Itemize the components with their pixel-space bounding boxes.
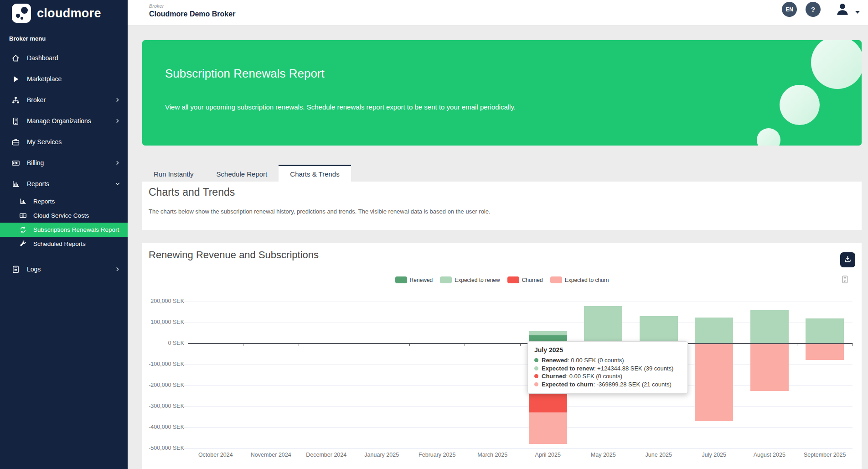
chart-legend: RenewedExpected to renewChurnedExpected … — [142, 276, 862, 283]
sidebar-item-reports[interactable]: Reports — [0, 173, 128, 194]
series-dot — [534, 358, 538, 362]
tab-charts-trends[interactable]: Charts & Trends — [279, 165, 351, 182]
tab-run-instantly[interactable]: Run Instantly — [142, 165, 205, 182]
legend-swatch — [550, 276, 562, 283]
charts-and-trends-panel: Charts and Trends The charts below show … — [142, 182, 862, 230]
language-button[interactable]: EN — [782, 2, 797, 17]
series-dot — [534, 374, 538, 378]
y-axis-label: -200,000 SEK — [142, 382, 184, 388]
sidebar-item-label: Broker — [27, 96, 46, 104]
axis-tick — [354, 344, 354, 346]
briefcase-icon — [11, 138, 20, 146]
tooltip-rows: Renewed: 0.00 SEK (0 counts)Expected to … — [534, 356, 681, 388]
series-dot — [534, 382, 538, 386]
brand-name: cloudmore — [37, 6, 101, 21]
home-icon — [11, 54, 20, 63]
bar-segment-expected-to-renew-september-2025[interactable] — [806, 318, 844, 344]
bar-segment-expected-to-renew-august-2025[interactable] — [750, 310, 789, 344]
sidebar-item-label: Logs — [27, 266, 41, 273]
sidebar-item-label: My Services — [27, 138, 62, 146]
legend-swatch — [440, 276, 452, 283]
download-button[interactable] — [840, 252, 855, 267]
axis-tick — [409, 344, 410, 346]
page-banner: Subscription Renewals Report View all yo… — [142, 40, 862, 146]
sidebar-section-label: Broker menu — [0, 23, 128, 47]
chart-card: Renewing Revenue and Subscriptions Renew… — [142, 243, 862, 469]
y-axis-label: -400,000 SEK — [142, 424, 184, 430]
play-icon — [11, 75, 20, 83]
brand-logo[interactable]: cloudmore — [0, 0, 128, 23]
legend-item-renewed[interactable]: Renewed — [395, 276, 433, 283]
legend-item-expected-to-churn[interactable]: Expected to churn — [550, 276, 609, 283]
decorative-circle — [811, 40, 862, 89]
legend-label: Churned — [522, 277, 543, 283]
bar-segment-expected-to-renew-june-2025[interactable] — [640, 316, 678, 344]
banknote-icon — [19, 212, 27, 219]
legend-swatch — [507, 276, 519, 283]
axis-tick — [188, 344, 188, 346]
y-axis-label: 0 SEK — [142, 340, 184, 346]
sidebar-item-dashboard[interactable]: Dashboard — [0, 47, 128, 68]
bar-segment-expected-to-churn-august-2025[interactable] — [750, 344, 789, 391]
bar-segment-expected-to-renew-july-2025[interactable] — [695, 318, 733, 344]
chart-title: Renewing Revenue and Subscriptions — [149, 249, 319, 261]
bar-segment-expected-to-churn-september-2025[interactable] — [806, 344, 844, 360]
broker-title: Cloudmore Demo Broker — [149, 10, 235, 18]
sidebar-item-label: Scheduled Reports — [33, 240, 86, 247]
help-button[interactable]: ? — [806, 2, 821, 17]
legend-label: Expected to renew — [455, 277, 500, 283]
sidebar-item-scheduled-reports[interactable]: Scheduled Reports — [0, 237, 128, 251]
gridline — [184, 448, 852, 449]
bar-chart-icon — [19, 198, 27, 205]
sidebar-item-label: Reports — [27, 180, 49, 188]
divider — [142, 274, 862, 274]
sidebar-item-billing[interactable]: Billing — [0, 152, 128, 173]
gridline — [184, 406, 852, 407]
sidebar-item-logs[interactable]: Logs — [0, 259, 128, 280]
sidebar-item-manage-organizations[interactable]: Manage Organizations — [0, 110, 128, 131]
chart-export-menu-icon[interactable] — [842, 275, 848, 284]
tooltip-row-churned: Churned: 0.00 SEK (0 counts) — [534, 372, 681, 380]
bar-segment-expected-to-renew-april-2025[interactable] — [529, 331, 567, 335]
wrench-icon — [19, 240, 27, 248]
legend-swatch — [395, 276, 407, 283]
sidebar-item-cloud-service-costs[interactable]: Cloud Service Costs — [0, 208, 128, 223]
sidebar-item-label: Subscriptions Renewals Report — [33, 226, 119, 233]
tab-schedule-report[interactable]: Schedule Report — [205, 165, 279, 182]
axis-tick — [742, 344, 742, 346]
download-icon — [843, 255, 852, 265]
sidebar-item-label: Billing — [27, 159, 44, 167]
axis-tick — [243, 344, 243, 346]
bar-chart-icon — [11, 180, 20, 188]
x-axis-label: April 2025 — [520, 452, 576, 458]
sidebar-item-label: Manage Organizations — [27, 117, 91, 125]
axis-tick — [299, 344, 299, 346]
logs-icon — [11, 265, 20, 274]
x-axis-label: July 2025 — [686, 452, 742, 458]
legend-item-churned[interactable]: Churned — [507, 276, 543, 283]
sidebar-item-reports[interactable]: Reports — [0, 194, 128, 208]
tab-bar: Run InstantlySchedule ReportCharts & Tre… — [142, 165, 351, 182]
user-avatar-icon[interactable] — [835, 2, 850, 16]
caret-down-icon[interactable] — [855, 7, 860, 10]
sidebar-item-my-services[interactable]: My Services — [0, 131, 128, 152]
legend-item-expected-to-renew[interactable]: Expected to renew — [440, 276, 500, 283]
y-axis-label: -300,000 SEK — [142, 403, 184, 409]
sidebar: cloudmore Broker menu DashboardMarketpla… — [0, 0, 128, 469]
x-axis-label: March 2025 — [465, 452, 520, 458]
sidebar-item-broker[interactable]: Broker — [0, 89, 128, 110]
bar-segment-expected-to-churn-july-2025[interactable] — [695, 344, 733, 421]
bar-segment-expected-to-churn-april-2025[interactable] — [529, 412, 567, 444]
breadcrumb: Broker — [149, 3, 164, 9]
sidebar-item-subscriptions-renewals-report[interactable]: Subscriptions Renewals Report — [0, 223, 128, 237]
axis-tick — [465, 344, 465, 346]
cloudmore-logo-icon — [12, 4, 31, 23]
legend-label: Renewed — [410, 277, 433, 283]
chevron-right-icon — [114, 266, 121, 272]
bar-segment-expected-to-renew-may-2025[interactable] — [584, 306, 622, 344]
gridline — [184, 427, 852, 428]
sidebar-item-label: Marketplace — [27, 75, 62, 83]
axis-tick — [520, 344, 521, 346]
sidebar-item-marketplace[interactable]: Marketplace — [0, 68, 128, 89]
decorative-circle — [780, 85, 820, 125]
